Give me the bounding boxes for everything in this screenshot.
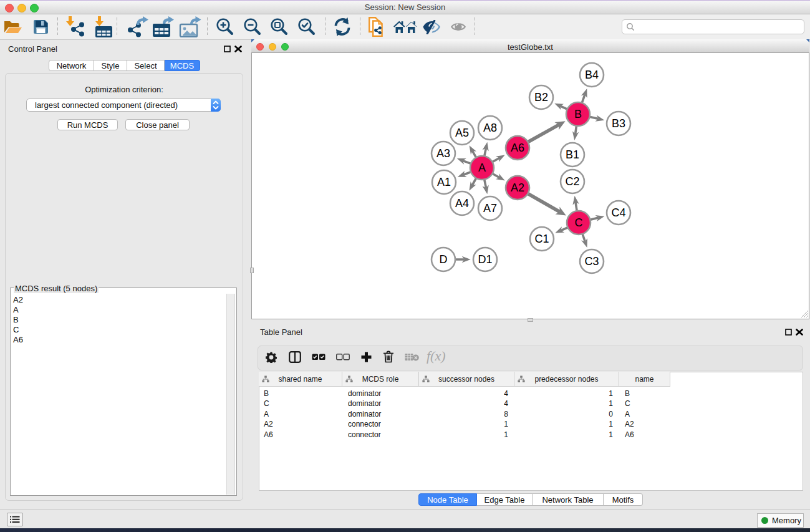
svg-text:A1: A1 [437, 176, 451, 188]
svg-text:D1: D1 [478, 253, 492, 266]
svg-text:C: C [575, 216, 583, 229]
svg-text:A: A [478, 162, 486, 174]
svg-text:C1: C1 [534, 233, 549, 245]
svg-text:A7: A7 [483, 202, 497, 215]
svg-text:B3: B3 [612, 117, 625, 130]
svg-text:B4: B4 [585, 69, 599, 81]
svg-text:C2: C2 [565, 175, 579, 188]
svg-text:B2: B2 [534, 91, 548, 104]
svg-text:B1: B1 [566, 148, 579, 161]
svg-text:C3: C3 [584, 255, 599, 268]
svg-text:A5: A5 [455, 127, 469, 139]
svg-text:A6: A6 [511, 142, 524, 154]
svg-text:A3: A3 [436, 147, 450, 160]
svg-text:A8: A8 [483, 122, 497, 134]
svg-text:A2: A2 [511, 181, 524, 194]
svg-text:B: B [574, 108, 582, 120]
svg-text:C4: C4 [611, 206, 625, 219]
svg-text:D: D [440, 253, 448, 266]
svg-text:A4: A4 [455, 197, 469, 210]
